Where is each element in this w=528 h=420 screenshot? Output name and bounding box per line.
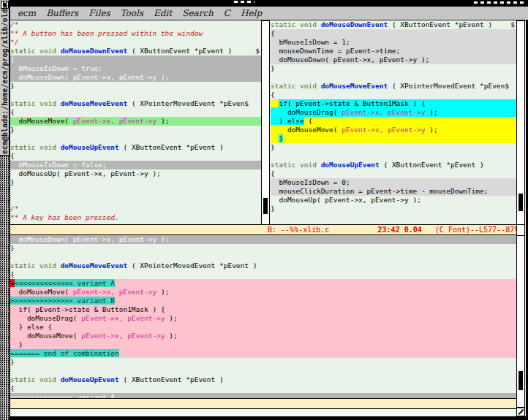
pane-b[interactable]: static void doMouseDownEvent ( XButtonEv… <box>271 20 516 225</box>
code-segment: B: --%%-xlib.c <box>263 226 378 234</box>
code-line: { <box>271 91 516 99</box>
code-line: if( pEvent->state & Button1Mask ) { <box>10 305 516 314</box>
code-line <box>10 253 516 261</box>
root-artifact-dashes <box>234 1 254 3</box>
menu-item-buffers[interactable]: Buffers <box>46 8 78 18</box>
code-segment: ); <box>426 126 438 134</box>
root-artifact-dashes <box>474 1 527 4</box>
code-segment: doMouseUpEvent <box>61 143 119 151</box>
menu-bar: ecm Buffers Files Tools Edit Search C He… <box>10 7 528 20</box>
window-titlebar-vertical[interactable]: ecm@blade:/home/ecm/prog/xlib/oldx:/ <box>0 0 10 156</box>
code-line: ** A button has been pressed within the … <box>10 29 261 38</box>
code-segment: { <box>10 108 15 116</box>
code-segment: ); <box>156 288 169 296</box>
code-segment: doMouseMoveEvent <box>61 261 128 270</box>
code-segment: >>>>>>>>>>>>>>> variant B <box>10 297 115 305</box>
code-line: doMouseUp( pEvent->x, pEvent->y ); <box>10 169 261 178</box>
code-segment: mouseClickDuration = pEvent->time - mous… <box>271 187 488 195</box>
code-line: } <box>271 143 516 152</box>
code-line: static void doMouseMoveEvent ( XPointerM… <box>10 261 516 270</box>
code-segment: static void <box>271 82 321 90</box>
scrollbar-pane-b[interactable] <box>516 20 525 225</box>
minibuffer[interactable] <box>10 409 516 416</box>
code-segment: ** A button has been pressed within the … <box>10 29 203 37</box>
code-segment: ======= end of combination <box>10 349 119 357</box>
code-segment: static void <box>10 47 61 55</box>
code-segment: { <box>10 384 15 392</box>
code-segment: ** A key has been pressed. <box>10 213 119 221</box>
code-line: } <box>10 126 261 134</box>
code-segment: if( pEvent->state & Button1Mask ) { <box>279 99 425 107</box>
code-segment: doMouseUpEvent <box>61 375 119 383</box>
code-segment: doMouseDown( pEvent->x, pEvent->y ); <box>10 235 169 243</box>
code-segment: ); <box>156 117 169 125</box>
code-line: static void doMouseMoveEvent ( XPointerM… <box>10 99 261 108</box>
code-line: static void doMouseDownEvent ( XButtonEv… <box>10 47 261 56</box>
code-segment: ( XButtonEvent *pEvent ) <box>127 47 232 55</box>
code-segment: } <box>10 244 15 252</box>
scrollbar-thumb[interactable] <box>518 371 523 390</box>
code-line: { <box>10 384 516 393</box>
code-segment: ( XButtonEvent *pEvent ) <box>119 143 224 151</box>
code-segment: { <box>271 91 275 99</box>
code-segment: static void <box>10 99 61 107</box>
modeline-c: C: [=diff(A+B) combined] --**-*ediff-mer… <box>10 398 516 409</box>
menu-item-help[interactable]: Help <box>241 8 262 18</box>
scrollbar-thumb[interactable] <box>263 198 268 214</box>
code-segment: doMouseMove( <box>10 288 73 296</box>
code-segment: { <box>271 29 275 37</box>
code-segment: doMouseMoveEvent <box>321 82 388 90</box>
code-line: doMouseDrag( pEvent->x, pEvent->y ); <box>10 314 516 323</box>
code-line: doMouseDown( pEvent->x, pEvent->y ); <box>10 235 516 244</box>
code-segment: doMouseMove( <box>10 117 73 125</box>
pane-a[interactable]: /*** A button has been pressed within th… <box>10 20 261 225</box>
resize-grip-icon[interactable] <box>516 408 525 416</box>
menu-item-tools[interactable]: Tools <box>121 8 144 18</box>
code-line: } <box>271 64 516 73</box>
code-segment: /* <box>10 205 18 213</box>
truncation-marker: $ <box>244 99 249 107</box>
code-line: /* <box>10 205 261 213</box>
scrollbar-pane-a[interactable] <box>261 20 270 225</box>
menu-item-c[interactable]: C <box>224 8 230 18</box>
code-segment: ( XPointerMovedEvent *pEven <box>388 82 505 90</box>
code-line: doMouseDown( pEvent->x, pEvent->y ); <box>271 56 516 64</box>
menu-item-search[interactable]: Search <box>182 8 214 18</box>
code-line: doMouseMove( pEvent->x, pEvent->y ); <box>271 126 516 134</box>
code-segment: <<<<<<<<<<<<<< variant A <box>15 279 115 287</box>
code-line: static void doMouseDownEvent ( XButtonEv… <box>271 20 516 29</box>
code-segment: { <box>271 169 275 177</box>
scrollbar-thumb[interactable] <box>518 194 523 211</box>
menu-item-ecm[interactable]: ecm <box>18 8 36 18</box>
code-line <box>10 367 516 375</box>
code-line: mouseClickDuration = pEvent->time - mous… <box>271 187 516 196</box>
code-segment: doMouseUpEvent <box>321 161 380 169</box>
truncation-marker: $ <box>505 82 509 90</box>
pane-c[interactable]: doMouseDown( pEvent->x, pEvent->y );}sta… <box>10 235 516 399</box>
code-line: >>>>>>>>>>>>>>> variant B <box>10 297 516 305</box>
code-line: { <box>10 270 516 279</box>
scrollbar-gap <box>516 225 525 235</box>
code-line: doMouseMove( pEvent->x, pEvent->y ); <box>10 332 516 340</box>
code-segment: doMouseDownEvent <box>61 47 128 55</box>
code-line: { <box>10 152 261 161</box>
code-segment: < <box>10 279 15 287</box>
code-line: doMouseDrag( pEvent->x, pEvent->y ); <box>271 108 516 117</box>
code-segment: static void <box>10 143 61 151</box>
code-segment: ( XPointerMovedEvent *pEven <box>127 99 244 107</box>
code-segment: } <box>10 82 15 90</box>
code-segment: doMouseDrag( <box>271 108 342 116</box>
code-segment: pEvent->x, pEvent->y <box>81 332 165 340</box>
menu-item-edit[interactable]: Edit <box>154 8 172 18</box>
code-segment: } <box>10 340 23 348</box>
code-segment: { <box>304 117 312 125</box>
code-line: static void doMouseUpEvent ( XButtonEven… <box>271 161 516 169</box>
code-line: } <box>271 205 516 213</box>
code-segment: static void <box>10 261 61 270</box>
code-segment: doMouseMove( <box>271 126 342 134</box>
code-segment: doMouseUp( pEvent->x, pEvent->y ); <box>271 196 421 204</box>
scrollbar-pane-c[interactable] <box>516 235 525 408</box>
menu-item-files[interactable]: Files <box>88 8 110 18</box>
code-segment: pEvent->x, pEvent->y <box>342 108 425 116</box>
code-line: ** A key has been pressed. <box>10 213 261 222</box>
